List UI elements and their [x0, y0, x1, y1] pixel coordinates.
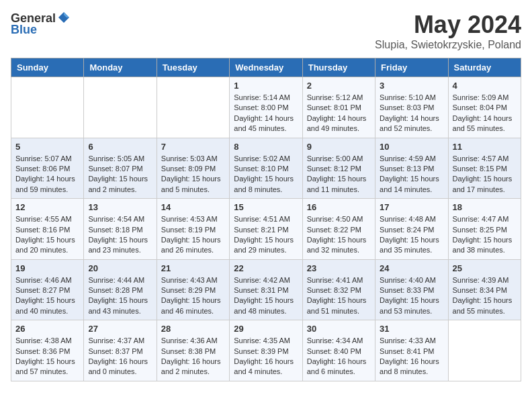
daylight-text: Daylight: 15 hours and 53 minutes. [380, 296, 439, 314]
sunset-text: Sunset: 8:13 PM [380, 165, 434, 173]
calendar-cell: 17Sunrise: 4:48 AMSunset: 8:24 PMDayligh… [375, 199, 448, 260]
logo-icon [57, 11, 71, 24]
day-number: 15 [234, 202, 298, 212]
calendar-cell: 31Sunrise: 4:33 AMSunset: 8:41 PMDayligh… [375, 320, 448, 381]
daylight-text: Daylight: 15 hours and 40 minutes. [15, 296, 75, 314]
calendar-cell: 2Sunrise: 5:12 AMSunset: 8:01 PMDaylight… [302, 77, 375, 138]
sunrise-text: Sunrise: 4:44 AM [88, 276, 144, 284]
week-row-2: 5Sunrise: 5:07 AMSunset: 8:06 PMDaylight… [11, 138, 521, 199]
sunset-text: Sunset: 8:22 PM [307, 226, 361, 234]
calendar-cell: 3Sunrise: 5:10 AMSunset: 8:03 PMDaylight… [375, 77, 448, 138]
daylight-text: Daylight: 16 hours and 6 minutes. [307, 357, 367, 375]
day-number: 4 [453, 81, 517, 91]
sunset-text: Sunset: 8:40 PM [307, 347, 361, 355]
cell-content: Sunrise: 5:07 AMSunset: 8:06 PMDaylight:… [15, 154, 79, 195]
sunset-text: Sunset: 8:03 PM [380, 103, 434, 111]
day-number: 9 [307, 142, 371, 152]
daylight-text: Daylight: 15 hours and 8 minutes. [234, 175, 294, 193]
calendar-cell: 15Sunrise: 4:51 AMSunset: 8:21 PMDayligh… [230, 199, 302, 260]
daylight-text: Daylight: 15 hours and 17 minutes. [453, 175, 513, 193]
sunrise-text: Sunrise: 4:51 AM [234, 215, 290, 223]
sunset-text: Sunset: 8:21 PM [234, 226, 288, 234]
sunrise-text: Sunrise: 4:54 AM [88, 215, 144, 223]
calendar-cell: 7Sunrise: 5:03 AMSunset: 8:09 PMDaylight… [157, 138, 229, 199]
calendar-cell: 1Sunrise: 5:14 AMSunset: 8:00 PMDaylight… [230, 77, 302, 138]
sunset-text: Sunset: 8:41 PM [380, 347, 434, 355]
cell-content: Sunrise: 4:54 AMSunset: 8:18 PMDaylight:… [88, 214, 152, 256]
cell-content: Sunrise: 4:55 AMSunset: 8:16 PMDaylight:… [15, 214, 79, 256]
daylight-text: Daylight: 15 hours and 55 minutes. [453, 296, 513, 314]
day-number: 13 [88, 202, 152, 212]
daylight-text: Daylight: 15 hours and 29 minutes. [234, 236, 294, 254]
daylight-text: Daylight: 15 hours and 2 minutes. [88, 175, 148, 193]
sunset-text: Sunset: 8:34 PM [453, 286, 507, 294]
daylight-text: Daylight: 14 hours and 45 minutes. [234, 114, 294, 132]
weekday-header-friday: Friday [375, 58, 448, 77]
sunset-text: Sunset: 8:10 PM [234, 165, 288, 173]
cell-content: Sunrise: 4:39 AMSunset: 8:34 PMDaylight:… [453, 275, 517, 317]
calendar-cell: 10Sunrise: 4:59 AMSunset: 8:13 PMDayligh… [375, 138, 448, 199]
sunrise-text: Sunrise: 4:59 AM [380, 154, 436, 163]
cell-content: Sunrise: 4:33 AMSunset: 8:41 PMDaylight:… [380, 336, 443, 377]
sunrise-text: Sunrise: 4:41 AM [307, 276, 363, 284]
sunrise-text: Sunrise: 4:47 AM [453, 215, 509, 223]
day-number: 1 [234, 81, 298, 91]
calendar-cell: 28Sunrise: 4:36 AMSunset: 8:38 PMDayligh… [157, 320, 229, 381]
cell-content: Sunrise: 4:43 AMSunset: 8:29 PMDaylight:… [161, 275, 225, 317]
sunset-text: Sunset: 8:31 PM [234, 286, 288, 294]
daylight-text: Daylight: 16 hours and 8 minutes. [380, 357, 439, 375]
daylight-text: Daylight: 15 hours and 20 minutes. [15, 236, 75, 254]
sunrise-text: Sunrise: 5:05 AM [88, 154, 144, 163]
sunrise-text: Sunrise: 5:10 AM [380, 93, 436, 101]
month-title: May 2024 [375, 11, 521, 39]
sunrise-text: Sunrise: 5:09 AM [453, 93, 509, 101]
sunrise-text: Sunrise: 4:53 AM [161, 215, 218, 223]
cell-content: Sunrise: 5:05 AMSunset: 8:07 PMDaylight:… [88, 154, 152, 195]
sunrise-text: Sunrise: 4:35 AM [234, 336, 290, 345]
daylight-text: Daylight: 14 hours and 55 minutes. [453, 114, 513, 132]
sunrise-text: Sunrise: 4:46 AM [15, 276, 72, 284]
calendar-cell [84, 77, 157, 138]
cell-content: Sunrise: 4:42 AMSunset: 8:31 PMDaylight:… [234, 275, 298, 317]
sunrise-text: Sunrise: 5:03 AM [161, 154, 218, 163]
logo: General Blue [11, 11, 71, 37]
week-row-4: 19Sunrise: 4:46 AMSunset: 8:27 PMDayligh… [11, 259, 521, 320]
sunset-text: Sunset: 8:18 PM [88, 226, 142, 234]
day-number: 27 [88, 324, 152, 334]
sunset-text: Sunset: 8:00 PM [234, 103, 288, 111]
weekday-header-monday: Monday [84, 58, 157, 77]
daylight-text: Daylight: 15 hours and 11 minutes. [307, 175, 367, 193]
cell-content: Sunrise: 4:34 AMSunset: 8:40 PMDaylight:… [307, 336, 371, 377]
sunset-text: Sunset: 8:06 PM [15, 165, 70, 173]
weekday-header-row: SundayMondayTuesdayWednesdayThursdayFrid… [11, 58, 521, 77]
sunset-text: Sunset: 8:04 PM [453, 103, 507, 111]
week-row-5: 26Sunrise: 4:38 AMSunset: 8:36 PMDayligh… [11, 320, 521, 381]
cell-content: Sunrise: 5:14 AMSunset: 8:00 PMDaylight:… [234, 93, 298, 134]
day-number: 14 [161, 202, 225, 212]
daylight-text: Daylight: 15 hours and 46 minutes. [161, 296, 221, 314]
calendar-cell: 24Sunrise: 4:40 AMSunset: 8:33 PMDayligh… [375, 259, 448, 320]
calendar-cell: 22Sunrise: 4:42 AMSunset: 8:31 PMDayligh… [230, 259, 302, 320]
sunset-text: Sunset: 8:01 PM [307, 103, 361, 111]
calendar-cell: 23Sunrise: 4:41 AMSunset: 8:32 PMDayligh… [302, 259, 375, 320]
sunrise-text: Sunrise: 4:39 AM [453, 276, 509, 284]
calendar-cell: 25Sunrise: 4:39 AMSunset: 8:34 PMDayligh… [448, 259, 521, 320]
cell-content: Sunrise: 4:50 AMSunset: 8:22 PMDaylight:… [307, 214, 371, 256]
calendar-cell: 20Sunrise: 4:44 AMSunset: 8:28 PMDayligh… [84, 259, 157, 320]
day-number: 24 [380, 263, 443, 273]
sunset-text: Sunset: 8:33 PM [380, 286, 434, 294]
sunrise-text: Sunrise: 4:40 AM [380, 276, 436, 284]
sunrise-text: Sunrise: 4:38 AM [15, 336, 72, 345]
daylight-text: Daylight: 15 hours and 48 minutes. [234, 296, 294, 314]
daylight-text: Daylight: 14 hours and 52 minutes. [380, 114, 439, 132]
day-number: 25 [453, 263, 517, 273]
weekday-header-sunday: Sunday [11, 58, 84, 77]
day-number: 20 [88, 263, 152, 273]
day-number: 28 [161, 324, 225, 334]
sunrise-text: Sunrise: 4:50 AM [307, 215, 363, 223]
cell-content: Sunrise: 5:09 AMSunset: 8:04 PMDaylight:… [453, 93, 517, 134]
calendar-cell: 21Sunrise: 4:43 AMSunset: 8:29 PMDayligh… [157, 259, 229, 320]
daylight-text: Daylight: 14 hours and 49 minutes. [307, 114, 367, 132]
calendar-cell: 9Sunrise: 5:00 AMSunset: 8:12 PMDaylight… [302, 138, 375, 199]
cell-content: Sunrise: 4:59 AMSunset: 8:13 PMDaylight:… [380, 154, 443, 195]
